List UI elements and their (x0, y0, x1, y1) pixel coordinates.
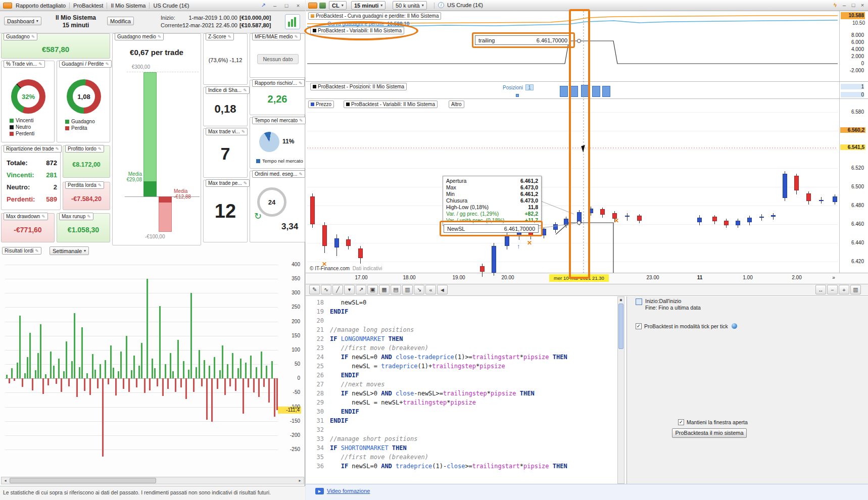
time-axis[interactable]: 17.0018.0019.0020.0023.00111.002.00» (0, 273, 868, 283)
weekly-y-tick: -150 (280, 418, 300, 424)
tab-positions[interactable]: ProBacktest - Posizioni: Il Mio Sistema (310, 83, 407, 90)
zoom-reset-icon[interactable]: ↔ (815, 285, 826, 294)
video-link[interactable]: Video formazione (327, 488, 370, 494)
code-line[interactable]: 31ENDIF (312, 416, 615, 425)
card-gross-loss-chip[interactable]: Perdita lorda✎ (65, 181, 104, 189)
code-line[interactable]: 30 ENDIF (312, 407, 615, 416)
code-line[interactable]: 25 newSL = tradeprice(1)+trailingstep*pi… (312, 362, 615, 371)
tick-mode-checkbox[interactable]: ✓ (636, 323, 642, 329)
candle (806, 193, 811, 201)
tab-variables-equity[interactable]: ProBacktest - Variabili: Il Mio Sistema (310, 27, 404, 34)
share-chart-icon[interactable]: ↗ (356, 285, 366, 294)
card-gain-chip[interactable]: Guadagno✎ (4, 33, 37, 40)
tooltip-label: Max (446, 184, 456, 191)
card-avg-gain-chip[interactable]: Guadagno medio✎ (115, 33, 164, 40)
code-line[interactable]: 36 IF newSL=0 AND tradeprice(1)-close>=t… (312, 462, 615, 471)
card-time-in-market-chip[interactable]: Tempo nel mercato✎ (252, 117, 306, 124)
line-tools-caret-icon[interactable]: ▾ (344, 285, 355, 294)
card-breakdown-chip[interactable]: Ripartizione dei trade✎ (4, 145, 62, 153)
card-gain-loss-chip[interactable]: Guadagni / Perdite✎ (59, 60, 112, 68)
newsl-variable-box[interactable]: NewSL6.461,70000 (444, 224, 539, 233)
code-line[interactable]: 23 //first move (breakeven) (312, 343, 615, 353)
card-avg-orders-chip[interactable]: Ordini med. eseg...✎ (252, 170, 305, 178)
card-mfemae-chip[interactable]: MFE/MAE medio✎ (252, 33, 301, 40)
scrollbar-thumb[interactable] (618, 304, 623, 349)
tab-price[interactable]: Prezzo (308, 101, 334, 108)
code-line[interactable]: 21//manage long positions (312, 325, 615, 334)
price-scale-tick: 6.580 (841, 109, 864, 115)
weekly-y-tick: 100 (280, 347, 300, 353)
position-bar (570, 86, 578, 97)
code-vscrollbar[interactable]: ▲ ▼ (617, 296, 624, 484)
code-line[interactable]: 28 IF newSL>0 AND close-newSL>=trailings… (312, 389, 615, 398)
video-bar (306, 484, 868, 500)
tab-variables-price[interactable]: ProBacktest - Variabili: Il Mio Sistema (344, 101, 438, 108)
scroll-back-icon[interactable]: ◄ (437, 285, 448, 294)
zoom-out-icon[interactable]: − (827, 285, 838, 294)
range-end-label: Fine: Fino a ultima data (645, 305, 701, 311)
zoom-in-icon[interactable]: + (839, 285, 849, 294)
card-gross-profit-chip[interactable]: Profitto lordo✎ (65, 145, 104, 153)
draw-tools-icon[interactable]: ✎ (309, 285, 320, 294)
tab-equity-curve[interactable]: ProBacktest - Curva guadagni e perdite: … (308, 12, 441, 20)
tooltip-value: 6.461,2 (520, 191, 538, 197)
equity-scale-tick: -2.000 (841, 68, 864, 73)
line-number: 30 (312, 407, 330, 416)
copyright-label: © IT-Finance.com Dati indicativi (310, 266, 382, 271)
code-line[interactable]: 32 (312, 425, 615, 434)
code-line[interactable]: 27 //next moves (312, 380, 615, 389)
code-line[interactable]: 34IF SHORTONMARKET THEN (312, 443, 615, 453)
code-line[interactable]: 29 newSL = newSL+trailingstep*pipsize (312, 398, 615, 407)
line-number: 18 (312, 298, 330, 307)
code-line[interactable]: 19ENDIF (312, 307, 615, 316)
line-number: 34 (312, 443, 330, 453)
tooltip-label: Var. / gg prec. (1,29%) (446, 211, 499, 217)
card-max-drawdown-chip[interactable]: Max drawdown✎ (4, 213, 48, 220)
candle (759, 217, 764, 218)
card-win-pct-chip[interactable]: % Trade vin...✎ (4, 60, 45, 68)
card-sharpe-chip[interactable]: Indice di Sha...✎ (206, 86, 250, 94)
code-line[interactable]: 24 IF newSL=0 AND close-tradeprice(1)>=t… (312, 353, 615, 362)
price-gridline (307, 187, 838, 187)
candle (736, 221, 740, 225)
position-bar (602, 86, 610, 97)
candle (492, 246, 496, 273)
series-color-icon (346, 103, 350, 106)
line-tools-icon[interactable]: ╱ (332, 285, 343, 294)
code-line[interactable]: 22IF LONGONMARKET THEN (312, 334, 615, 343)
grid-icon[interactable]: ▤ (391, 285, 401, 294)
code-line[interactable]: 20 (312, 316, 615, 325)
card-risk-ratio-chip[interactable]: Rapporto rischio/...✎ (252, 79, 305, 87)
code-line[interactable]: 26 ENDIF (312, 371, 615, 380)
export-icon[interactable]: ↘ (414, 285, 424, 294)
results-chip[interactable]: Risultati lordi✎ (2, 247, 41, 255)
positions-value: 1 (525, 84, 534, 90)
tab-altro[interactable]: Altro (449, 101, 464, 108)
scroll-down-arrow[interactable]: ▼ (618, 297, 624, 303)
candle (747, 218, 752, 222)
code-lines[interactable]: 18 newSL=019ENDIF2021//manage long posit… (312, 298, 615, 471)
add-grid-icon[interactable]: ▦ (379, 285, 390, 294)
collapse-panel-icon[interactable]: « (425, 285, 436, 294)
weekly-y-tick: -200 (280, 432, 300, 438)
weekly-y-tick: 400 (280, 262, 300, 267)
win-pct-donut: 32% (11, 79, 45, 114)
indicators-icon[interactable]: ∿ (321, 285, 331, 294)
card-max-runup-chip[interactable]: Max runup✎ (59, 213, 93, 220)
fullscreen-icon[interactable]: ▣ (367, 285, 378, 294)
keep-open-checkbox[interactable]: ✓ (678, 419, 684, 425)
code-line[interactable]: 35 //first move (breakeven) (312, 453, 615, 462)
code-line[interactable]: 33//manage short positions (312, 434, 615, 443)
code-line[interactable]: 18 newSL=0 (312, 298, 615, 307)
application-root: Rapporto dettagliato ProBacktest Il Mio … (0, 0, 868, 500)
positions-scale-tick: 0 (841, 92, 864, 97)
card-zscore-chip[interactable]: Z-Score✎ (206, 33, 234, 40)
chart-options-icon[interactable]: ▥ (850, 285, 861, 294)
chart-grid-icon[interactable]: ▥ (402, 285, 413, 294)
run-backtest-button[interactable]: ProBacktesta il mio sistema (672, 428, 747, 438)
tooltip-value: +82,2 (524, 211, 538, 217)
card-max-cons-wins-chip[interactable]: Max trade vi...✎ (206, 128, 248, 135)
candle (771, 215, 776, 217)
trailing-variable-box[interactable]: trailing6.461,70000 (475, 35, 571, 45)
card-max-cons-losses-chip[interactable]: Max trade pe...✎ (206, 179, 250, 187)
